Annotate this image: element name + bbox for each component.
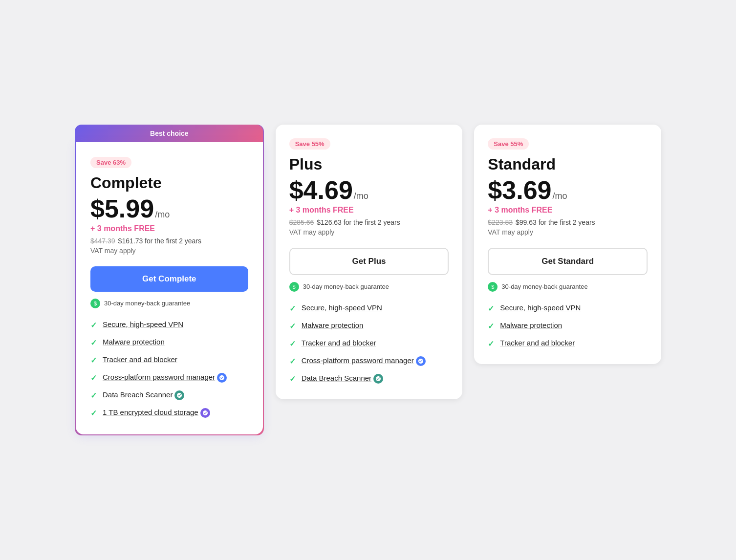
feature-text-plus-2[interactable]: Tracker and ad blocker xyxy=(302,339,376,347)
plan-card-standard: Save 55%Standard $3.69 /mo + 3 months FR… xyxy=(474,125,661,364)
check-icon-plus-0: ✓ xyxy=(289,304,296,313)
price-row-plus: $4.69 /mo xyxy=(289,177,449,203)
feature-text-complete-5[interactable]: 1 TB encrypted cloud storage xyxy=(103,408,210,418)
card-complete: Save 63%Complete $5.99 /mo + 3 months FR… xyxy=(76,142,263,434)
billing-info-plus: $126.63 for the first 2 years xyxy=(317,218,400,226)
check-icon-plus-1: ✓ xyxy=(289,322,296,331)
check-icon-complete-2: ✓ xyxy=(90,356,97,365)
price-amount-plus: $4.69 xyxy=(289,177,353,203)
features-list-plus: ✓ Secure, high-speed VPN ✓ Malware prote… xyxy=(289,303,449,384)
plan-name-complete: Complete xyxy=(90,174,248,192)
free-months-complete: + 3 months FREE xyxy=(90,224,248,233)
feature-text-plus-1[interactable]: Malware protection xyxy=(302,321,364,329)
money-back-standard: $ 30-day money-back guarantee xyxy=(488,282,648,292)
money-back-text-standard: 30-day money-back guarantee xyxy=(501,283,587,290)
feature-item-standard-0: ✓ Secure, high-speed VPN xyxy=(488,303,648,313)
card-plus: Save 55%Plus $4.69 /mo + 3 months FREE $… xyxy=(276,125,463,399)
feature-item-complete-3: ✓ Cross-platform password manager xyxy=(90,373,248,383)
feature-badge-plus-3 xyxy=(416,356,426,366)
feature-text-plus-0[interactable]: Secure, high-speed VPN xyxy=(302,303,382,312)
billing-row-standard: $223.83 $99.63 for the first 2 years xyxy=(488,218,648,228)
price-amount-standard: $3.69 xyxy=(488,177,551,203)
money-back-plus: $ 30-day money-back guarantee xyxy=(289,282,449,292)
price-period-standard: /mo xyxy=(552,191,567,201)
best-choice-banner: Best choice xyxy=(76,125,263,142)
vat-info-standard: VAT may apply xyxy=(488,228,648,236)
check-icon-complete-4: ✓ xyxy=(90,391,97,400)
feature-item-complete-0: ✓ Secure, high-speed VPN xyxy=(90,320,248,330)
billing-info-standard: $99.63 for the first 2 years xyxy=(516,218,595,226)
money-back-text-complete: 30-day money-back guarantee xyxy=(104,300,190,307)
check-icon-plus-3: ✓ xyxy=(289,357,296,366)
shield-icon-standard: $ xyxy=(488,282,498,292)
plan-name-standard: Standard xyxy=(488,155,648,173)
check-icon-complete-3: ✓ xyxy=(90,373,97,383)
cta-button-plus[interactable]: Get Plus xyxy=(289,248,449,275)
price-period-plus: /mo xyxy=(354,191,368,201)
check-icon-plus-4: ✓ xyxy=(289,374,296,384)
free-months-standard: + 3 months FREE xyxy=(488,206,648,215)
feature-text-complete-4[interactable]: Data Breach Scanner xyxy=(103,390,184,400)
shield-icon-complete: $ xyxy=(90,299,100,308)
check-icon-complete-5: ✓ xyxy=(90,409,97,418)
free-months-plus: + 3 months FREE xyxy=(289,206,449,215)
card-standard: Save 55%Standard $3.69 /mo + 3 months FR… xyxy=(474,125,661,364)
feature-badge-complete-5 xyxy=(200,408,210,418)
cta-button-complete[interactable]: Get Complete xyxy=(90,266,248,292)
billing-info-complete: $161.73 for the first 2 years xyxy=(118,237,201,245)
save-badge-complete: Save 63% xyxy=(90,157,131,168)
original-price-standard: $223.83 xyxy=(488,218,513,226)
check-icon-standard-1: ✓ xyxy=(488,322,494,331)
feature-text-plus-4[interactable]: Data Breach Scanner xyxy=(302,374,383,384)
feature-badge-complete-3 xyxy=(217,373,227,383)
feature-text-standard-0[interactable]: Secure, high-speed VPN xyxy=(500,303,581,312)
vat-info-plus: VAT may apply xyxy=(289,228,449,236)
feature-text-complete-3[interactable]: Cross-platform password manager xyxy=(103,373,227,383)
feature-badge-plus-4 xyxy=(373,374,383,384)
feature-item-plus-3: ✓ Cross-platform password manager xyxy=(289,356,449,366)
shield-icon-plus: $ xyxy=(289,282,299,292)
feature-text-complete-1[interactable]: Malware protection xyxy=(103,338,165,346)
plan-card-plus: Save 55%Plus $4.69 /mo + 3 months FREE $… xyxy=(276,125,463,399)
original-price-plus: $285.66 xyxy=(289,218,314,226)
feature-item-complete-1: ✓ Malware protection xyxy=(90,338,248,347)
feature-text-standard-1[interactable]: Malware protection xyxy=(500,321,562,329)
check-icon-plus-2: ✓ xyxy=(289,339,296,348)
plan-card-complete: Best choiceSave 63%Complete $5.99 /mo + … xyxy=(75,125,264,435)
check-icon-standard-0: ✓ xyxy=(488,304,494,313)
price-row-complete: $5.99 /mo xyxy=(90,196,248,221)
price-period-complete: /mo xyxy=(155,210,170,220)
save-badge-standard: Save 55% xyxy=(488,138,529,150)
feature-text-plus-3[interactable]: Cross-platform password manager xyxy=(302,356,426,366)
feature-text-standard-2[interactable]: Tracker and ad blocker xyxy=(500,339,575,347)
feature-badge-complete-4 xyxy=(174,390,184,400)
original-price-complete: $447.39 xyxy=(90,237,115,245)
features-list-complete: ✓ Secure, high-speed VPN ✓ Malware prote… xyxy=(90,320,248,418)
feature-item-plus-4: ✓ Data Breach Scanner xyxy=(289,374,449,384)
features-list-standard: ✓ Secure, high-speed VPN ✓ Malware prote… xyxy=(488,303,648,348)
billing-row-plus: $285.66 $126.63 for the first 2 years xyxy=(289,218,449,228)
check-icon-standard-2: ✓ xyxy=(488,339,494,348)
vat-info-complete: VAT may apply xyxy=(90,247,248,255)
plan-name-plus: Plus xyxy=(289,155,449,173)
check-icon-complete-0: ✓ xyxy=(90,321,97,330)
feature-text-complete-0[interactable]: Secure, high-speed VPN xyxy=(103,320,183,328)
feature-item-plus-1: ✓ Malware protection xyxy=(289,321,449,331)
cta-button-standard[interactable]: Get Standard xyxy=(488,248,648,275)
pricing-container: Best choiceSave 63%Complete $5.99 /mo + … xyxy=(75,125,661,435)
feature-item-standard-1: ✓ Malware protection xyxy=(488,321,648,331)
feature-item-complete-5: ✓ 1 TB encrypted cloud storage xyxy=(90,408,248,418)
money-back-text-plus: 30-day money-back guarantee xyxy=(303,283,389,290)
save-badge-plus: Save 55% xyxy=(289,138,330,150)
feature-text-complete-2[interactable]: Tracker and ad blocker xyxy=(103,355,177,364)
feature-item-plus-2: ✓ Tracker and ad blocker xyxy=(289,339,449,348)
feature-item-plus-0: ✓ Secure, high-speed VPN xyxy=(289,303,449,313)
feature-item-complete-2: ✓ Tracker and ad blocker xyxy=(90,355,248,365)
price-amount-complete: $5.99 xyxy=(90,196,154,221)
money-back-complete: $ 30-day money-back guarantee xyxy=(90,299,248,308)
feature-item-complete-4: ✓ Data Breach Scanner xyxy=(90,390,248,400)
billing-row-complete: $447.39 $161.73 for the first 2 years xyxy=(90,237,248,247)
check-icon-complete-1: ✓ xyxy=(90,338,97,347)
price-row-standard: $3.69 /mo xyxy=(488,177,648,203)
feature-item-standard-2: ✓ Tracker and ad blocker xyxy=(488,339,648,348)
